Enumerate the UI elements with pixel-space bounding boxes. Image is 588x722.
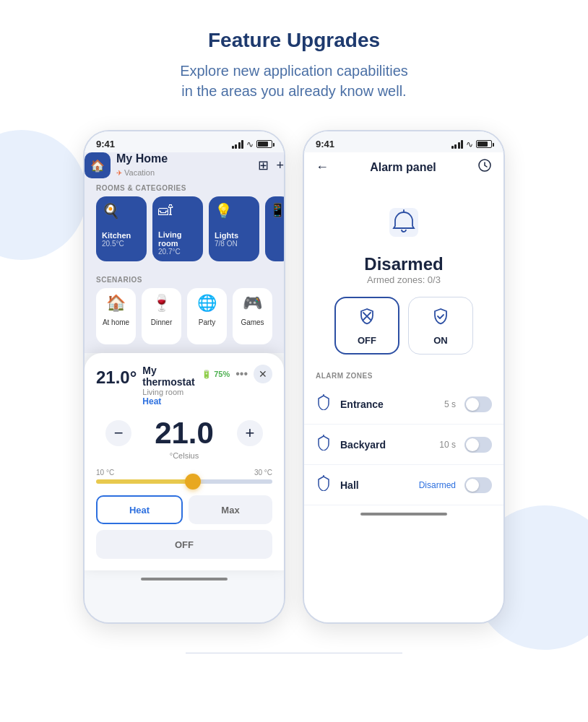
zone-backyard-delay: 10 s — [439, 440, 456, 450]
zone-backyard-toggle[interactable] — [464, 437, 492, 453]
alarm-on-label: ON — [433, 335, 448, 346]
scenario-party[interactable]: 🌐 Party — [187, 288, 227, 344]
close-thermostat-button[interactable]: ✕ — [254, 365, 272, 383]
back-button[interactable]: ← — [316, 160, 329, 175]
alarm-panel-title: Alarm panel — [370, 161, 436, 174]
zone-entrance-name: Entrance — [340, 399, 444, 410]
heat-mode-button[interactable]: Heat — [96, 495, 183, 524]
status-bar-phone1: 9:41 ∿ — [85, 131, 284, 152]
armed-zones: Armed zones: 0/3 — [364, 274, 443, 285]
home-indicator-phone2 — [304, 505, 503, 523]
status-icons-phone2: ∿ — [451, 139, 493, 149]
kitchen-name: Kitchen — [102, 231, 131, 240]
living-name: Living room — [158, 230, 197, 248]
signal-icon-2 — [451, 140, 464, 149]
thermostat-overlay: 21.0° My thermostat Living room Heat 🔋 7… — [85, 353, 284, 570]
temp-control: − 21.0 + — [96, 418, 272, 448]
home-icon: 🏠 — [85, 152, 111, 178]
scenario-home-icon: 🏠 — [106, 294, 126, 313]
phone-alarm: 9:41 ∿ — [303, 130, 505, 624]
home-name: My Home — [116, 152, 168, 165]
phone1-screen: 9:41 ∿ — [85, 131, 284, 622]
temp-slider[interactable] — [96, 479, 272, 484]
kitchen-icon: 🍳 — [102, 202, 120, 219]
alarm-on-button[interactable]: ON — [408, 297, 473, 355]
zone-hall: Hall Disarmed — [304, 465, 503, 505]
wifi-icon-2: ∿ — [466, 139, 473, 149]
scenario-party-label: Party — [199, 318, 215, 326]
time-phone1: 9:41 — [96, 139, 115, 149]
phone-home: 9:41 ∿ — [83, 130, 285, 624]
scenario-home[interactable]: 🏠 At home — [96, 288, 136, 344]
slider-thumb — [185, 474, 201, 490]
signal-icon — [232, 140, 244, 149]
living-icon: 🛋 — [158, 202, 173, 219]
scenario-dinner-icon: 🍷 — [152, 294, 171, 313]
more-options-button[interactable]: ••• — [235, 367, 248, 380]
thermostat-room: Living room — [142, 388, 202, 396]
zone-hall-name: Hall — [340, 479, 419, 491]
max-mode-button[interactable]: Max — [189, 495, 272, 524]
zone-hall-status: Disarmed — [419, 480, 456, 490]
page-divider — [186, 653, 402, 653]
scenarios-section: SCENARIOS 🏠 At home 🍷 Dinner 🌐 Party — [85, 270, 284, 353]
home-header: 🏠 My Home ✈ Vacation ⊞ + — [85, 152, 284, 178]
scenario-home-label: At home — [103, 318, 129, 326]
lights-temp: 7/8 ON — [215, 240, 238, 248]
mode-buttons: Heat Max — [96, 495, 272, 524]
phone2-screen: 9:41 ∿ — [304, 131, 503, 622]
alarm-off-button[interactable]: OFF — [334, 297, 399, 355]
alarm-status-section: Disarmed Armed zones: 0/3 — [304, 185, 503, 366]
room-living[interactable]: 🛋 Living room 20.7°C — [152, 196, 203, 261]
alarm-status: Disarmed — [364, 254, 443, 274]
time-phone2: 9:41 — [316, 139, 334, 149]
increase-temp-button[interactable]: + — [237, 420, 263, 446]
clock-icon[interactable] — [477, 158, 492, 176]
zone-backyard: Backyard 10 s — [304, 425, 503, 465]
zone-backyard-name: Backyard — [340, 439, 439, 451]
living-temp: 20.7°C — [158, 248, 181, 256]
add-icon[interactable]: + — [276, 158, 284, 173]
page-container: Feature Upgrades Explore new application… — [0, 0, 588, 682]
header-section: Feature Upgrades Explore new application… — [180, 29, 408, 101]
thermostat-info: My thermostat Living room Heat — [142, 365, 202, 406]
room-partial[interactable]: 📱 — [265, 196, 284, 261]
scenario-party-icon: 🌐 — [197, 294, 217, 313]
battery-icon-2 — [476, 140, 492, 148]
rooms-label: ROOMS & CATEGORIES — [85, 178, 284, 196]
thermostat-battery: 🔋 75% — [202, 370, 230, 379]
slider-min-label: 10 °C — [96, 469, 114, 477]
lights-name: Lights — [215, 231, 238, 240]
off-button[interactable]: OFF — [96, 530, 272, 559]
grid-icon[interactable]: ⊞ — [258, 157, 269, 173]
home-indicator-phone1 — [85, 570, 284, 588]
room-kitchen[interactable]: 🍳 Kitchen 20.5°C — [96, 196, 147, 261]
decrease-temp-button[interactable]: − — [105, 420, 131, 446]
zone-entrance-icon — [316, 394, 332, 414]
scenario-dinner[interactable]: 🍷 Dinner — [142, 288, 181, 344]
thermostat-controls-right: 🔋 75% ••• ✕ — [202, 365, 272, 383]
thermostat-name: My thermostat — [142, 365, 202, 388]
page-title: Feature Upgrades — [180, 29, 408, 52]
thermostat-header: 21.0° My thermostat Living room Heat 🔋 7… — [96, 365, 272, 406]
kitchen-temp: 20.5°C — [102, 240, 124, 248]
wifi-icon: ∿ — [246, 139, 254, 149]
zone-hall-toggle[interactable] — [464, 477, 492, 493]
slider-max-label: 30 °C — [254, 469, 272, 477]
rooms-grid: 🍳 Kitchen 20.5°C 🛋 Living room 20.7°C 💡 … — [85, 196, 284, 270]
scenarios-label: SCENARIOS — [85, 270, 284, 288]
home-title-row: 🏠 My Home ✈ Vacation — [85, 152, 168, 178]
partial-icon: 📱 — [269, 202, 284, 218]
alarm-bell-icon — [381, 199, 427, 245]
home-title-text: My Home ✈ Vacation — [116, 152, 168, 178]
temp-unit: °Celsius — [96, 451, 272, 460]
scenario-games-icon: 🎮 — [243, 294, 262, 313]
zone-entrance-toggle[interactable] — [464, 396, 492, 412]
on-shield-icon — [431, 306, 451, 331]
scenario-games[interactable]: 🎮 Games — [233, 288, 272, 344]
slider-labels: 10 °C 30 °C — [96, 469, 272, 477]
room-lights[interactable]: 💡 Lights 7/8 ON — [209, 196, 259, 261]
alarm-status-text: Disarmed Armed zones: 0/3 — [364, 254, 443, 285]
zone-backyard-icon — [316, 435, 332, 454]
battery-icon — [256, 140, 272, 148]
